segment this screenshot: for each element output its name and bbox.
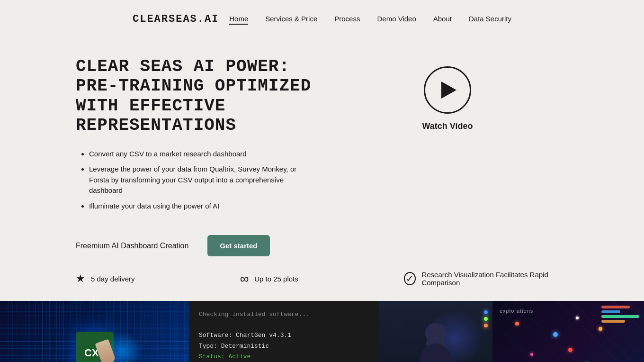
terminal-line-3: Type: Deterministic: [199, 342, 369, 351]
play-triangle-icon: [441, 81, 456, 99]
viz-bar-3: [601, 315, 639, 318]
nav-item-services[interactable]: Services & Price: [265, 15, 317, 23]
nav-link-about[interactable]: About: [433, 15, 452, 23]
scatter-dot: [553, 332, 558, 337]
images-row: CXL Checking installed software... Softw…: [0, 301, 644, 362]
scatter-dot: [530, 353, 533, 356]
terminal-line-0: Checking installed software...: [199, 310, 369, 319]
logo[interactable]: CLEARSEAS.AI: [133, 13, 219, 25]
scatter-dot: [576, 317, 579, 319]
terminal-card: Checking installed software... Software:…: [189, 301, 379, 362]
hero-section: Clear Seas AI Power: Pre-Training Optimi…: [0, 38, 644, 226]
watch-video-label: Watch Video: [422, 121, 473, 131]
bullet-2: Leverage the power of your data from Qua…: [89, 164, 317, 196]
person-card: [379, 301, 492, 362]
nav-links: Home Services & Price Process Demo Video…: [229, 15, 511, 23]
nav-item-about[interactable]: About: [433, 15, 452, 23]
viz-bars: [601, 306, 639, 323]
video-play-button[interactable]: Watch Video: [422, 66, 473, 131]
glow-dots: [484, 310, 488, 327]
feature-delivery-text: 5 day delivery: [91, 275, 135, 283]
nav-item-home[interactable]: Home: [229, 15, 248, 23]
nav-item-process[interactable]: Process: [334, 15, 360, 23]
star-icon: ★: [76, 272, 85, 285]
hero-content-right: Watch Video: [327, 57, 568, 131]
nav-item-demo[interactable]: Demo Video: [377, 15, 416, 23]
nav-link-home[interactable]: Home: [229, 15, 248, 25]
scatter-dot: [599, 327, 602, 331]
feature-viz-text: Research Visualization Facilitates Rapid…: [421, 271, 568, 287]
dataviz-card: explorations: [492, 301, 644, 362]
cta-row: Freemium AI Dashboard Creation Get start…: [0, 226, 644, 266]
glow-dot-2: [484, 317, 488, 321]
hero-bullets: Convert any CSV to a market research das…: [76, 149, 317, 212]
person-silhouette: [379, 301, 492, 362]
feature-plots-text: Up to 25 plots: [254, 275, 298, 283]
terminal-line-2: Software: ChartGen v4.3.1: [199, 331, 369, 340]
terminal-line-4: Status: Active: [199, 353, 369, 361]
tech-image-inner: CXL: [0, 301, 189, 362]
feature-delivery: ★ 5 day delivery: [76, 272, 240, 285]
bullet-3: Illuminate your data using the power of …: [89, 201, 317, 212]
viz-bar-1: [601, 306, 630, 308]
infinity-icon: ∞: [240, 272, 249, 286]
freemium-label: Freemium AI Dashboard Creation: [76, 242, 188, 250]
glow-dot-3: [484, 324, 488, 327]
features-row: ★ 5 day delivery ∞ Up to 25 plots ✓ Rese…: [0, 266, 644, 301]
scatter-dot: [568, 348, 572, 352]
excel-container: CXL: [0, 301, 189, 362]
nav-link-services[interactable]: Services & Price: [265, 15, 317, 23]
nav-link-security[interactable]: Data Security: [469, 15, 511, 23]
image-card-tech: CXL: [0, 301, 189, 362]
feature-plots: ∞ Up to 25 plots: [240, 272, 404, 286]
hero-content-left: Clear Seas AI Power: Pre-Training Optimi…: [76, 57, 317, 211]
terminal-line-1: [199, 321, 369, 329]
nav-item-security[interactable]: Data Security: [469, 15, 511, 23]
get-started-button[interactable]: Get started: [207, 235, 269, 256]
bullet-1: Convert any CSV to a market research das…: [89, 149, 317, 160]
check-circle-icon: ✓: [404, 272, 416, 285]
nav-link-process[interactable]: Process: [334, 15, 360, 23]
play-circle[interactable]: [424, 66, 471, 114]
glow-dot-1: [484, 310, 488, 314]
viz-bar-2: [601, 310, 620, 313]
feature-visualization: ✓ Research Visualization Facilitates Rap…: [404, 271, 568, 287]
scatter-dot: [515, 322, 519, 326]
hero-title: Clear Seas AI Power: Pre-Training Optimi…: [76, 57, 317, 136]
viz-bar-4: [601, 320, 625, 323]
nav-link-demo[interactable]: Demo Video: [377, 15, 416, 23]
navbar: CLEARSEAS.AI Home Services & Price Proce…: [0, 0, 644, 38]
person-head: [425, 323, 446, 344]
